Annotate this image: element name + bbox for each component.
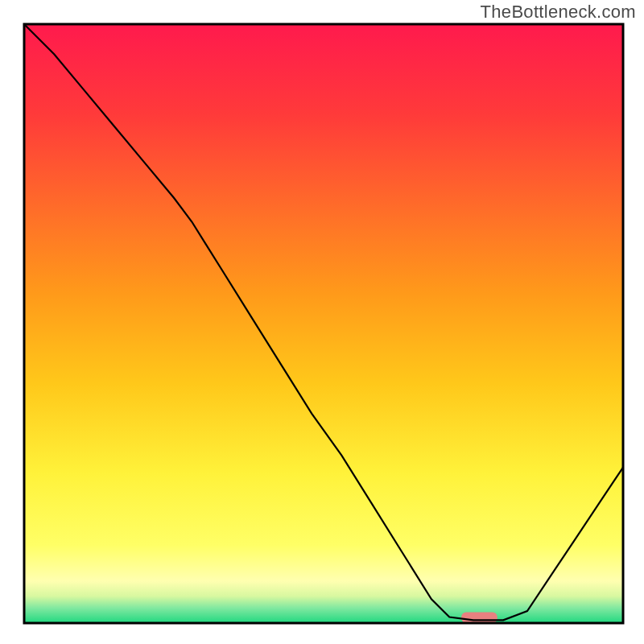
chart-container: TheBottleneck.com bbox=[0, 0, 644, 644]
gradient-background bbox=[24, 24, 623, 623]
optimum-marker bbox=[461, 613, 497, 623]
watermark-text: TheBottleneck.com bbox=[481, 2, 636, 23]
plot-area bbox=[24, 24, 623, 623]
chart-svg bbox=[0, 0, 644, 644]
